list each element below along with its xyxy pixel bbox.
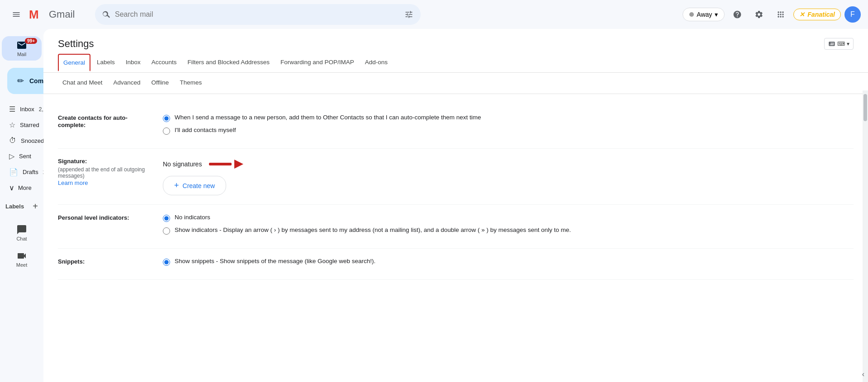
personal-level-label: Personal level indicators: — [58, 214, 129, 221]
radio-show-snippets-input[interactable] — [163, 259, 170, 266]
sidebar-item-chat[interactable]: Chat — [2, 221, 42, 245]
topbar-right: Away ▾ ✕ Fanatical F — [683, 5, 861, 24]
tab-forwarding[interactable]: Forwarding and POP/IMAP — [276, 53, 359, 72]
create-contacts-row: Create contacts for auto-complete: When … — [58, 105, 854, 149]
plus-icon: + — [174, 181, 179, 190]
keyboard-shortcut-button[interactable]: ⌨ ▾ — [824, 38, 854, 50]
tab-forwarding-label: Forwarding and POP/IMAP — [280, 59, 354, 66]
sidebar-nav: ☰ Inbox 2,549 ☆ Starred ⏱ Snoozed ▷ Sent… — [0, 99, 43, 198]
search-bar — [95, 4, 421, 25]
no-signatures-label: No signatures — [163, 160, 202, 168]
radio-manual-add: I'll add contacts myself — [163, 127, 854, 135]
tab-inbox[interactable]: Inbox — [121, 53, 145, 72]
radio-show-indicators-input[interactable] — [163, 227, 170, 235]
create-contacts-label-col: Create contacts for auto-complete: — [58, 114, 148, 128]
radio-manual-add-input[interactable] — [163, 127, 170, 135]
hamburger-button[interactable] — [7, 5, 25, 24]
personal-level-row: Personal level indicators: No indicators… — [58, 205, 854, 249]
starred-icon: ☆ — [9, 121, 15, 129]
labels-header: Labels — [5, 203, 24, 210]
sidebar-item-snoozed[interactable]: ⏱ Snoozed — [4, 133, 40, 148]
create-new-label: Create new — [183, 182, 215, 189]
drafts-label: Drafts — [23, 169, 38, 175]
sidebar-item-starred[interactable]: ☆ Starred — [4, 117, 40, 133]
svg-rect-1 — [209, 163, 232, 165]
signature-value-col: No signatures + Create new — [163, 158, 854, 195]
app-name: Gmail — [49, 9, 75, 20]
radio-no-indicators: No indicators — [163, 214, 854, 222]
radio-no-indicators-input[interactable] — [163, 215, 170, 222]
user-avatar[interactable]: F — [844, 6, 861, 23]
tab-themes[interactable]: Themes — [175, 75, 206, 92]
sidebar: 99+ Mail ✏ Compose ☰ Inbox 2,549 ☆ — [0, 29, 43, 382]
signature-row: Signature: (appended at the end of all o… — [58, 149, 854, 205]
meet-label: Meet — [16, 262, 27, 268]
meet-icon — [16, 250, 27, 261]
signature-sublabel: (appended at the end of all outgoing mes… — [58, 166, 148, 179]
status-indicator — [689, 12, 694, 17]
tab-advanced-label: Advanced — [114, 79, 141, 86]
tab-themes-label: Themes — [180, 79, 202, 86]
personal-level-value-col: No indicators Show indicators - Display … — [163, 214, 854, 239]
signature-label: Signature: — [58, 158, 148, 165]
settings-header: Settings ⌨ ▾ — [43, 29, 868, 50]
snippets-row: Snippets: Show snippets - Show snippets … — [58, 249, 854, 280]
sent-label: Sent — [19, 153, 31, 160]
status-button[interactable]: Away ▾ — [683, 8, 725, 21]
create-new-signature-button[interactable]: + Create new — [163, 176, 226, 195]
sidebar-item-sent[interactable]: ▷ Sent — [4, 148, 40, 164]
radio-auto-add-input[interactable] — [163, 115, 170, 122]
sidebar-item-drafts[interactable]: 📄 Drafts 2 — [4, 164, 40, 180]
add-label-button[interactable]: + — [33, 201, 38, 212]
snippets-label: Snippets: — [58, 258, 85, 265]
settings-content: Create contacts for auto-complete: When … — [43, 94, 868, 291]
tab-accounts[interactable]: Accounts — [147, 53, 181, 72]
sidebar-item-mail[interactable]: 99+ Mail — [2, 36, 42, 61]
fanatical-label: Fanatical — [807, 11, 835, 18]
help-button[interactable] — [728, 5, 746, 24]
search-filters-icon[interactable] — [404, 10, 413, 19]
inbox-icon: ☰ — [9, 105, 15, 113]
scrollbar[interactable] — [863, 90, 868, 382]
mail-badge: 99+ — [25, 38, 37, 44]
status-label: Away — [697, 11, 712, 18]
topbar: M Gmail Away ▾ — [0, 0, 868, 29]
radio-no-indicators-label: No indicators — [175, 214, 210, 221]
radio-auto-add-label: When I send a message to a new person, a… — [175, 114, 481, 121]
signature-label-col: Signature: (appended at the end of all o… — [58, 158, 148, 186]
settings-tabs-row1: General Labels Inbox Accounts Filters an… — [43, 53, 868, 73]
starred-label: Starred — [20, 122, 39, 128]
tab-offline-label: Offline — [152, 79, 169, 86]
sidebar-item-meet[interactable]: Meet — [2, 247, 42, 271]
snippets-value-col: Show snippets - Show snippets of the mes… — [163, 258, 854, 270]
google-apps-button[interactable] — [772, 5, 790, 24]
scrollbar-thumb[interactable] — [863, 94, 867, 121]
learn-more-link[interactable]: Learn more — [58, 179, 88, 186]
expand-button[interactable]: ‹ — [862, 370, 864, 378]
svg-text:M: M — [29, 8, 39, 21]
tab-offline[interactable]: Offline — [147, 75, 174, 92]
tab-accounts-label: Accounts — [152, 59, 177, 66]
sidebar-item-inbox[interactable]: ☰ Inbox 2,549 — [4, 101, 40, 117]
snoozed-label: Snoozed — [21, 137, 44, 144]
tab-chat-meet-label: Chat and Meet — [62, 79, 103, 86]
sent-icon: ▷ — [9, 152, 14, 160]
status-chevron: ▾ — [715, 11, 718, 18]
tab-general[interactable]: General — [58, 54, 90, 72]
chevron-down-icon: ∨ — [9, 184, 14, 192]
tab-chat-meet[interactable]: Chat and Meet — [58, 75, 107, 92]
settings-button[interactable] — [750, 5, 768, 24]
fanatical-button[interactable]: ✕ Fanatical — [793, 9, 841, 20]
tab-filters[interactable]: Filters and Blocked Addresses — [183, 53, 274, 72]
tab-addons[interactable]: Add-ons — [360, 53, 392, 72]
tab-addons-label: Add-ons — [365, 59, 388, 66]
drafts-icon: 📄 — [9, 168, 18, 176]
chat-icon — [16, 224, 27, 235]
create-contacts-label: Create contacts for auto-complete: — [58, 114, 128, 128]
red-arrow-annotation — [207, 158, 243, 170]
keyboard-icon — [828, 40, 835, 47]
tab-labels[interactable]: Labels — [92, 53, 119, 72]
tab-advanced[interactable]: Advanced — [109, 75, 145, 92]
search-input[interactable] — [115, 10, 401, 19]
sidebar-more-button[interactable]: ∨ More — [4, 180, 40, 196]
